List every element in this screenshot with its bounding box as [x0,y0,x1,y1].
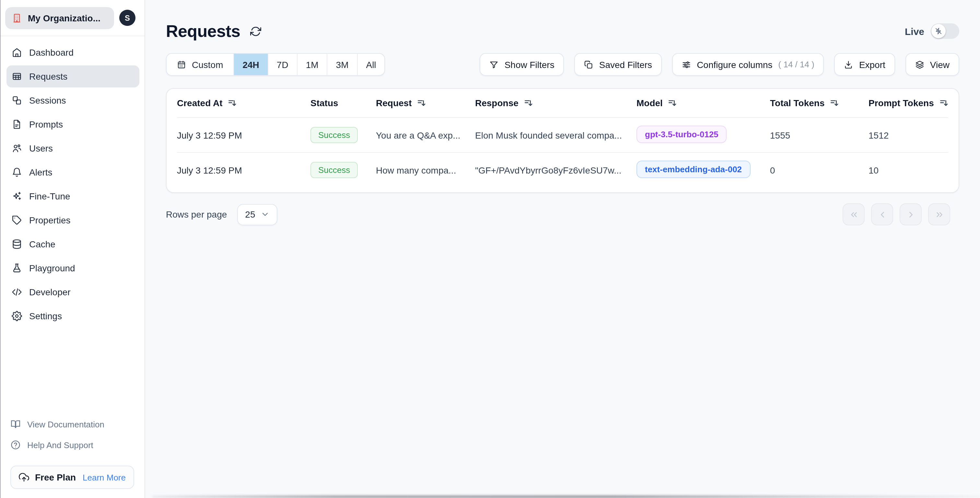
time-range-selector: Custom 24H 7D 1M 3M All [166,53,385,76]
first-page-button[interactable] [843,203,865,225]
sidebar-item-alerts[interactable]: Alerts [6,161,139,183]
sort-icon[interactable] [228,98,237,108]
sidebar-item-label: Settings [29,311,62,321]
sidebar-item-sessions[interactable]: Sessions [6,89,139,111]
table-row[interactable]: July 3 12:59 PM Success How many compa..… [177,152,948,187]
sidebar-item-fine-tune[interactable]: Fine-Tune [6,185,139,207]
rows-per-page-value: 25 [245,209,255,219]
column-header-status[interactable]: Status [310,98,376,108]
status-badge: Success [310,127,358,143]
rows-per-page-select[interactable]: 25 [237,204,277,225]
column-label: Request [376,98,412,108]
database-icon [12,239,22,249]
calendar-icon [177,60,186,69]
sort-icon[interactable] [524,98,533,108]
requests-table-card: Created At Status Request Response Model [166,88,959,193]
building-icon [12,13,22,23]
model-badge: gpt-3.5-turbo-0125 [636,125,727,143]
page-header: Requests Live [166,0,959,40]
column-header-request[interactable]: Request [376,98,475,108]
gear-icon [12,311,22,321]
time-range-3m[interactable]: 3M [327,54,357,75]
configure-columns-button[interactable]: Configure columns ( 14 / 14 ) [672,53,824,76]
sidebar-item-prompts[interactable]: Prompts [6,113,139,135]
sliders-icon [682,60,691,69]
avatar[interactable]: S [119,10,135,26]
time-range-7d[interactable]: 7D [268,54,297,75]
refresh-icon[interactable] [250,25,261,36]
sidebar-item-settings[interactable]: Settings [6,305,139,327]
cloud-upload-icon [19,472,29,482]
cell-response: "GF+/PAvdYbyrrGo8yFz6vIeSU7w... [475,165,636,175]
sidebar-item-label: Dashboard [29,47,73,58]
previous-page-button[interactable] [871,203,893,225]
chevrons-right-icon [934,209,944,219]
time-range-label: All [366,59,376,70]
sort-icon[interactable] [668,98,677,108]
live-toggle[interactable] [931,23,959,39]
view-documentation-link[interactable]: View Documentation [10,419,134,429]
time-range-24h[interactable]: 24H [233,54,267,75]
time-range-label: 1M [306,59,318,70]
rows-per-page-label: Rows per page [166,209,227,219]
chevron-left-icon [877,209,887,219]
column-label: Prompt Tokens [869,98,934,108]
free-plan-button[interactable]: Free Plan Learn More [10,466,134,489]
saved-filters-button[interactable]: Saved Filters [574,53,662,76]
sort-icon[interactable] [939,98,948,108]
time-range-custom[interactable]: Custom [167,54,233,75]
sidebar-item-users[interactable]: Users [6,137,139,159]
sparkles-icon [12,191,22,201]
sidebar-item-properties[interactable]: Properties [6,209,139,231]
chevron-right-icon [906,209,915,219]
export-button[interactable]: Export [835,53,895,76]
cell-request: How many compa... [376,165,475,175]
column-label: Model [636,98,663,108]
column-header-total-tokens[interactable]: Total Tokens [770,98,869,108]
cell-total-tokens: 0 [770,165,869,175]
column-header-response[interactable]: Response [475,98,636,108]
table-header-row: Created At Status Request Response Model [177,89,948,117]
column-header-prompt-tokens[interactable]: Prompt Tokens [869,98,948,108]
sidebar-item-playground[interactable]: Playground [6,257,139,279]
sidebar-item-label: Alerts [29,167,52,178]
cell-status: Success [310,162,376,178]
configure-columns-count: ( 14 / 14 ) [778,60,815,69]
toolbar: Custom 24H 7D 1M 3M All Show Filters Sav… [166,53,959,76]
sidebar-item-cache[interactable]: Cache [6,233,139,255]
live-toggle-knob [931,24,946,38]
sidebar-item-dashboard[interactable]: Dashboard [6,41,139,63]
cell-prompt-tokens: 10 [869,165,948,175]
org-switcher-button[interactable]: My Organizatio... [5,7,114,29]
cell-prompt-tokens: 1512 [869,130,948,140]
model-badge: text-embedding-ada-002 [636,160,750,178]
sidebar-item-requests[interactable]: Requests [6,65,139,87]
table-row[interactable]: July 3 12:59 PM Success You are a Q&A ex… [177,117,948,152]
column-label: Response [475,98,519,108]
show-filters-label: Show Filters [504,59,555,70]
cell-model: gpt-3.5-turbo-0125 [636,125,770,145]
document-icon [12,119,22,130]
last-page-button[interactable] [928,203,950,225]
view-button[interactable]: View [905,53,959,76]
column-header-model[interactable]: Model [636,98,770,108]
help-and-support-link[interactable]: Help And Support [10,440,134,450]
time-range-1m[interactable]: 1M [297,54,327,75]
next-page-button[interactable] [900,203,922,225]
sort-icon[interactable] [417,98,426,108]
learn-more-link[interactable]: Learn More [83,473,126,482]
funnel-icon [490,60,499,69]
column-header-created-at[interactable]: Created At [177,98,310,108]
sidebar-item-developer[interactable]: Developer [6,281,139,303]
show-filters-button[interactable]: Show Filters [480,53,564,76]
chevron-down-icon [261,210,270,219]
saved-filters-label: Saved Filters [599,59,652,70]
time-range-all[interactable]: All [357,54,384,75]
layers-icon [915,60,924,69]
sort-icon[interactable] [830,98,839,108]
copy-icon [584,60,593,69]
sidebar-item-label: Requests [29,71,67,82]
cell-total-tokens: 1555 [770,130,869,140]
sidebar-item-label: Sessions [29,95,66,106]
app-window: My Organizatio... S Dashboard Requests S… [0,0,980,498]
